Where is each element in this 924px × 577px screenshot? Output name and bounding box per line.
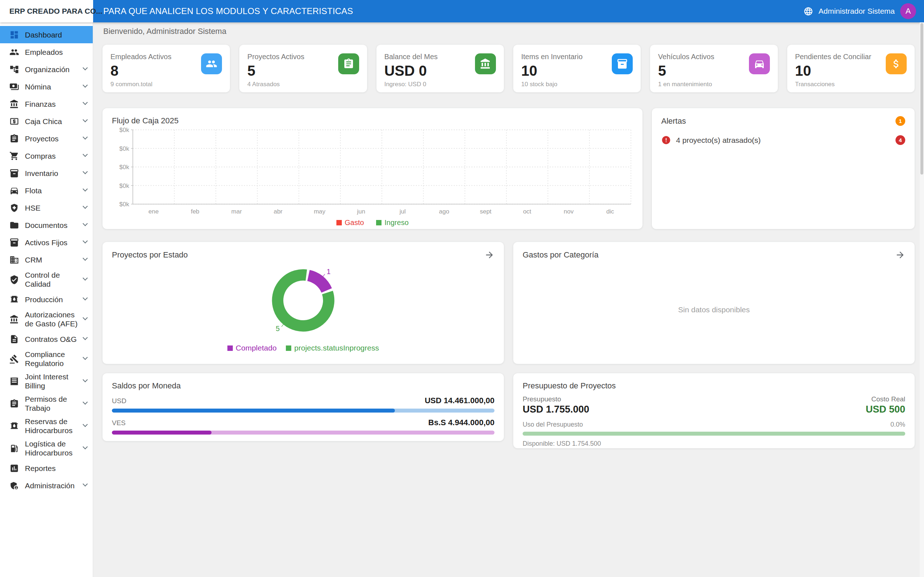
main-content: Bienvenido, Administrador Sistema Emplea… (93, 23, 924, 458)
sidebar-item-empleados[interactable]: Empleados (0, 43, 93, 61)
row-balances-budget: Saldos por Moneda USD USD 14.461.000,00 … (102, 373, 914, 448)
donut-legend: Completadoprojects.statusInprogress (228, 344, 379, 352)
sidebar-item-reportes[interactable]: Reportes (0, 459, 93, 477)
chevron-down-icon (83, 401, 88, 406)
legend-item[interactable]: Ingreso (376, 219, 409, 227)
sidebar-item-permisos[interactable]: Permisos de Trabajo (0, 392, 93, 415)
svg-text:mar: mar (231, 208, 242, 215)
sidebar-item-control-calidad[interactable]: Control de Calidad (0, 268, 93, 291)
user-avatar[interactable]: A (900, 3, 916, 19)
kpi-card-proyectos-activos: Proyectos Activos 5 4 Atrasados (239, 45, 367, 92)
currency-amount: Bs.S 4.944.000,00 (428, 418, 494, 427)
chevron-down-icon (83, 424, 88, 428)
sidebar-item-nomina[interactable]: Nómina (0, 78, 93, 95)
legend-swatch (286, 345, 291, 351)
welcome-text: Bienvenido, Administrador Sistema (103, 27, 914, 36)
document-icon (10, 334, 19, 344)
inventory-icon (612, 53, 633, 74)
chevron-down-icon (83, 84, 88, 89)
sidebar-item-produccion[interactable]: Producción (0, 291, 93, 308)
real-cost-label: Costo Real (871, 395, 905, 403)
language-globe-icon[interactable] (803, 6, 813, 16)
legend-item[interactable]: Completado (228, 344, 276, 352)
bank-icon (475, 53, 496, 74)
sidebar-item-afe[interactable]: Autorizaciones de Gasto (AFE) (0, 308, 93, 330)
sidebar-item-activos-fijos[interactable]: Activos Fijos (0, 234, 93, 251)
sidebar-item-contratos-og[interactable]: Contratos O&G (0, 330, 93, 348)
sidebar-item-organizacion[interactable]: Organización (0, 61, 93, 78)
sidebar-item-finanzas[interactable]: Finanzas (0, 95, 93, 113)
svg-text:5: 5 (276, 324, 280, 332)
chevron-down-icon (83, 277, 88, 282)
sidebar-item-proyectos[interactable]: Proyectos (0, 130, 93, 147)
svg-text:sept: sept (480, 208, 491, 215)
sidebar-item-jib[interactable]: Joint Interest Billing (0, 370, 93, 392)
topbar-right: Administrador Sistema A (803, 3, 924, 19)
svg-text:$0k: $0k (120, 164, 129, 171)
svg-text:$0k: $0k (120, 145, 129, 152)
sidebar-item-administracion[interactable]: Administración (0, 477, 93, 494)
sidebar-item-flota[interactable]: Flota (0, 182, 93, 199)
currency-amount: USD 14.461.000,00 (425, 396, 494, 405)
verified-shield-icon (10, 275, 19, 285)
building-icon (10, 255, 19, 265)
usd-progress-track (112, 409, 494, 413)
arrow-forward-icon[interactable] (895, 250, 905, 260)
sidebar-item-crm[interactable]: CRM (0, 251, 93, 268)
cashflow-legend: GastoIngreso (112, 219, 633, 227)
sidebar-item-reservas[interactable]: Reservas de Hidrocarburos (0, 415, 93, 437)
projects-status-title: Proyectos por Estado (112, 250, 188, 259)
sidebar-item-inventario[interactable]: Inventario (0, 164, 93, 182)
chevron-down-icon (83, 136, 88, 141)
health-safety-icon (10, 203, 19, 213)
sidebar-item-caja-chica[interactable]: Caja Chica (0, 113, 93, 130)
usage-label: Uso del Presupuesto (523, 421, 583, 429)
org-tree-icon (10, 64, 19, 74)
oil-barrel-icon (10, 421, 19, 431)
legend-item[interactable]: projects.statusInprogress (286, 344, 379, 352)
scrollbar-thumb[interactable] (921, 23, 923, 174)
budget-progress-track (523, 432, 905, 436)
bar-chart-icon (10, 463, 19, 473)
alerts-count-badge: 1 (895, 116, 905, 126)
alert-item[interactable]: 4 proyecto(s) atrasado(s) 4 (661, 135, 905, 145)
kpi-card-pendientes-conciliar: Pendientes de Conciliar 10 Transacciones (787, 45, 914, 92)
sidebar-item-logistica[interactable]: Logística de Hidrocarburos (0, 437, 93, 459)
sidebar-item-dashboard[interactable]: Dashboard (0, 26, 93, 43)
sidebar-item-compras[interactable]: Compras (0, 147, 93, 164)
svg-text:$0k: $0k (120, 127, 129, 134)
svg-text:abr: abr (274, 208, 283, 215)
alert-item-count-badge: 4 (895, 135, 905, 145)
gas-pump-icon (10, 443, 19, 453)
usage-percent: 0.0% (890, 421, 905, 429)
sidebar-item-documentos[interactable]: Documentos (0, 216, 93, 234)
svg-text:ago: ago (439, 208, 449, 215)
svg-text:dic: dic (606, 208, 614, 215)
user-name[interactable]: Administrador Sistema (819, 7, 895, 16)
svg-text:feb: feb (191, 208, 200, 215)
chevron-down-icon (83, 67, 88, 71)
sidebar-item-compliance[interactable]: Compliance Regulatorio (0, 348, 93, 370)
budget-title: Presupuesto de Proyectos (523, 381, 905, 390)
legend-swatch (228, 345, 233, 351)
chevron-down-icon (83, 379, 88, 384)
svg-text:ene: ene (149, 208, 158, 215)
arrow-forward-icon[interactable] (485, 250, 494, 260)
legend-label: projects.statusInprogress (294, 344, 379, 352)
svg-text:nov: nov (564, 208, 574, 215)
svg-text:$0k: $0k (120, 201, 129, 208)
chevron-down-icon (83, 223, 88, 227)
sidebar-item-hse[interactable]: HSE (0, 199, 93, 216)
chevron-down-icon (83, 154, 88, 158)
page-scrollbar[interactable] (920, 23, 924, 577)
legend-item[interactable]: Gasto (336, 219, 364, 227)
chevron-down-icon (83, 297, 88, 301)
balances-card: Saldos por Moneda USD USD 14.461.000,00 … (102, 373, 504, 441)
folder-icon (10, 220, 19, 230)
car-icon (10, 186, 19, 195)
app-title: ERP CREADO PARA CO... (10, 7, 102, 16)
alert-text: 4 proyecto(s) atrasado(s) (676, 136, 761, 145)
svg-text:$0k: $0k (120, 182, 129, 189)
legend-label: Gasto (345, 219, 364, 227)
admin-shield-icon (10, 481, 19, 490)
